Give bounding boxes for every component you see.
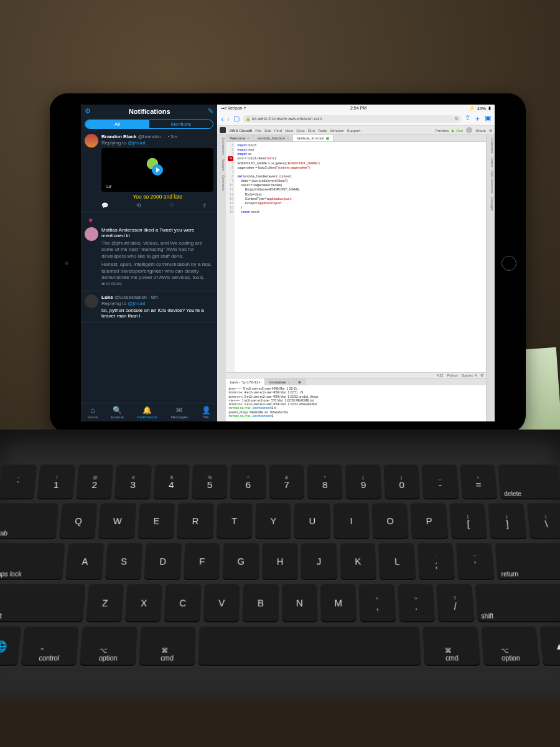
rail-environment[interactable]: Environment [218, 138, 225, 155]
close-icon[interactable]: × [287, 136, 289, 140]
tab-add[interactable]: ⊕ [294, 378, 306, 385]
key-punct[interactable]: >. [398, 584, 435, 622]
tabs-button[interactable]: ▣ [485, 114, 491, 123]
code-content[interactable]: import boto3 import json import os ssm =… [235, 142, 486, 372]
forward-button[interactable]: › [227, 115, 230, 123]
avatar[interactable] [85, 294, 98, 308]
share-button[interactable]: ⇪ [465, 114, 470, 123]
code-editor[interactable]: 12345678910111213141516 import boto3 imp… [226, 142, 486, 372]
key-capslock[interactable]: caps lock [0, 543, 65, 580]
key-globe[interactable]: 🌐 [0, 626, 21, 666]
avatar[interactable] [85, 134, 98, 148]
menu-run[interactable]: Run [308, 128, 315, 133]
key-punct[interactable]: <, [359, 584, 396, 622]
key-m[interactable]: M [320, 584, 357, 622]
indent-setting[interactable]: Spaces: 4 [462, 374, 477, 377]
reload-icon[interactable]: ↻ [455, 116, 459, 121]
cloud9-logo-icon[interactable] [220, 127, 226, 133]
menu-find[interactable]: Find [274, 128, 282, 133]
key-punct[interactable]: "' [456, 543, 495, 580]
home-button[interactable] [502, 256, 516, 271]
key-2[interactable]: @2 [76, 464, 114, 499]
key-bracket[interactable]: {[ [449, 503, 488, 539]
tab-welcome[interactable]: Welcome× [226, 135, 253, 141]
tab-lambda-1[interactable]: lambda_function× [254, 135, 294, 141]
key-r[interactable]: R [177, 503, 213, 539]
menu-tools[interactable]: Tools [318, 128, 327, 133]
notification-like[interactable]: ♥ Mattias Andersson liked a Tweet you we… [81, 212, 217, 291]
close-icon[interactable]: × [288, 380, 291, 384]
like-icon[interactable]: ♡ [169, 202, 174, 209]
tab-immediate[interactable]: Immediate× [265, 378, 295, 385]
rail-commands[interactable]: Commands [218, 175, 225, 191]
key-control[interactable]: ⌃control [21, 626, 79, 666]
key-g[interactable]: G [223, 543, 259, 580]
nav-home[interactable]: ⌂Home [88, 406, 98, 419]
key-q[interactable]: Q [59, 503, 98, 539]
author-name[interactable]: Brandon Black [101, 134, 136, 139]
key-cmd-left[interactable]: ⌘cmd [139, 626, 196, 666]
tab-bash[interactable]: bash - "ip-172-31× [226, 378, 264, 385]
nav-explore[interactable]: 🔍Explore [111, 406, 123, 419]
cursor-position[interactable]: 4:25 [437, 374, 444, 377]
menu-support[interactable]: Support [347, 128, 360, 133]
notification-item[interactable]: Luke @lukealization · 8m Replying to @jr… [81, 291, 217, 322]
key-w[interactable]: W [98, 503, 136, 539]
key-o[interactable]: O [371, 503, 409, 539]
key-l[interactable]: L [378, 543, 416, 580]
menu-goto[interactable]: Goto [296, 128, 304, 133]
settings-icon[interactable]: ⚙ [480, 374, 483, 377]
reply-target[interactable]: @jrhunt [128, 301, 145, 306]
preview-button[interactable]: Preview [435, 128, 449, 133]
key-shift-left[interactable]: shift [0, 584, 85, 622]
liker-name[interactable]: Mattias Andersson [101, 227, 142, 233]
key-a[interactable]: A [65, 543, 104, 580]
key-`[interactable]: ~` [0, 464, 37, 499]
key-s[interactable]: S [105, 543, 142, 580]
key-cmd-right[interactable]: ⌘cmd [422, 626, 480, 666]
close-icon[interactable]: × [247, 136, 250, 140]
tab-all[interactable]: All [85, 120, 149, 128]
key-n[interactable]: N [282, 584, 318, 622]
key-8[interactable]: *8 [307, 464, 343, 499]
key-p[interactable]: P [411, 503, 449, 539]
author-name[interactable]: Luke [101, 294, 113, 300]
key-y[interactable]: Y [255, 503, 291, 539]
user-avatar[interactable] [466, 127, 472, 133]
tab-lambda-2[interactable]: lambda_function [293, 135, 334, 141]
back-button[interactable]: ‹ [221, 115, 223, 123]
key-z[interactable]: Z [86, 584, 124, 622]
key-return[interactable]: return [495, 543, 560, 580]
key-shift-right[interactable]: shift [475, 584, 560, 622]
key-6[interactable]: ^6 [230, 464, 266, 499]
settings-icon[interactable]: ⚙ [85, 107, 91, 115]
compose-icon[interactable]: ✎ [208, 107, 213, 115]
key-b[interactable]: B [243, 584, 279, 622]
nav-messages[interactable]: ✉Messages [171, 406, 188, 419]
menu-edit[interactable]: Edit [264, 128, 271, 133]
key-4[interactable]: $4 [153, 464, 190, 499]
key-3[interactable]: #3 [114, 464, 152, 499]
key-c[interactable]: C [164, 584, 201, 622]
key-tab[interactable]: tab [0, 503, 59, 539]
key-7[interactable]: &7 [269, 464, 304, 499]
terminal[interactable]: drwx------ 9 ec2-user ec2-user 4096 Mar … [226, 385, 486, 421]
settings-icon[interactable]: ⚙ [489, 128, 492, 133]
key-option-left[interactable]: ⌥option [80, 626, 138, 666]
key-0[interactable]: )0 [383, 464, 420, 499]
run-button[interactable]: ▶ Run [452, 128, 463, 133]
key-bracket[interactable]: |\ [526, 503, 560, 539]
nav-me[interactable]: 👤Me [202, 406, 211, 419]
key-option-right[interactable]: ⌥option [481, 626, 539, 666]
new-tab-button[interactable]: ＋ [474, 114, 481, 123]
menu-window[interactable]: Window [330, 128, 343, 133]
rail-outline[interactable]: Outline [487, 157, 494, 167]
menu-file[interactable]: File [255, 128, 261, 133]
rail-collaborate[interactable]: Collaborate [487, 138, 494, 154]
avatar[interactable] [85, 227, 98, 241]
key-e[interactable]: E [138, 503, 175, 539]
share-icon[interactable]: ⇪ [202, 202, 207, 209]
reply-target[interactable]: @jrhunt [128, 140, 145, 146]
key-5[interactable]: %5 [192, 464, 228, 499]
key-i[interactable]: I [333, 503, 370, 539]
